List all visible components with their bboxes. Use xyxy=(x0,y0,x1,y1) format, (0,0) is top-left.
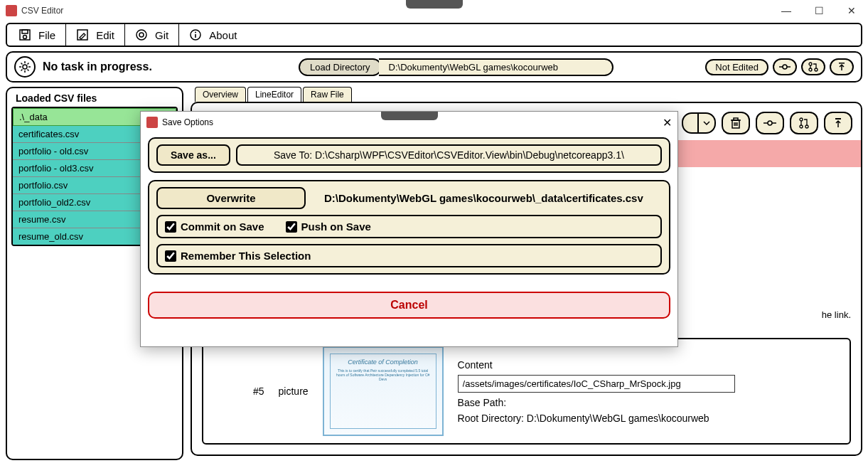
svg-point-5 xyxy=(139,33,144,37)
load-directory-button[interactable]: Load Directory xyxy=(299,58,382,76)
add-split-button[interactable] xyxy=(682,112,716,134)
overwrite-button[interactable]: Overwrite xyxy=(156,187,306,209)
rootdir-text: Root Directory: D:\Dokumenty\WebGL games… xyxy=(458,413,842,424)
link-hint-text: he link. xyxy=(822,309,851,320)
svg-point-35 xyxy=(800,125,803,128)
svg-point-22 xyxy=(809,68,812,71)
tool-row xyxy=(682,112,852,134)
svg-rect-24 xyxy=(839,63,845,64)
svg-rect-1 xyxy=(22,30,28,33)
commit-icon[interactable] xyxy=(773,58,797,75)
task-status: No task in progress. xyxy=(43,60,152,73)
svg-line-16 xyxy=(21,70,23,71)
overwrite-section: Overwrite D:\Dokumenty\WebGL games\kocou… xyxy=(148,180,670,275)
svg-rect-8 xyxy=(195,34,196,38)
tab-overview[interactable]: Overview xyxy=(195,87,246,102)
push-checkbox-input[interactable] xyxy=(286,221,297,233)
cancel-button[interactable]: Cancel xyxy=(148,292,670,319)
menu-edit-label: Edit xyxy=(96,29,114,41)
svg-rect-37 xyxy=(835,118,841,119)
cert-title: Certificate of Completion xyxy=(348,358,418,366)
menu-file-label: File xyxy=(38,29,55,41)
overwrite-path: D:\Dokumenty\WebGL games\kocourweb\_data… xyxy=(311,192,662,204)
row-index: #5 xyxy=(253,386,264,397)
remember-label: Remember This Selection xyxy=(181,250,311,262)
maximize-button[interactable]: ☐ xyxy=(803,0,835,21)
git-icon xyxy=(135,28,148,41)
close-button[interactable]: ✕ xyxy=(835,0,868,21)
pull-request-button[interactable] xyxy=(790,112,818,134)
dialog-app-icon xyxy=(146,117,158,128)
svg-point-36 xyxy=(805,125,808,128)
push-on-save-checkbox[interactable]: Push on Save xyxy=(286,220,371,233)
content-label: Content xyxy=(458,359,842,371)
tab-rawfile[interactable]: Raw File xyxy=(303,87,352,102)
content-input[interactable] xyxy=(458,375,735,393)
svg-line-17 xyxy=(28,63,29,65)
svg-point-32 xyxy=(768,121,772,125)
row-key: picture xyxy=(279,386,309,397)
menu-edit[interactable]: Edit xyxy=(66,24,125,46)
cert-body: This is to certify that Petr successfull… xyxy=(335,368,432,381)
commit-checkbox-input[interactable] xyxy=(165,221,176,233)
menubar: File Edit Git About xyxy=(6,23,862,47)
save-icon xyxy=(18,28,31,41)
svg-line-14 xyxy=(21,63,23,65)
row-fields: Content Base Path: Root Directory: D:\Do… xyxy=(458,359,842,424)
minimize-button[interactable]: — xyxy=(770,0,803,21)
svg-point-2 xyxy=(23,36,27,39)
taskbar-right-controls: Not Edited xyxy=(705,58,854,75)
tab-row: Overview LineEditor Raw File xyxy=(195,87,862,102)
taskbar: No task in progress. Load Directory D:\D… xyxy=(6,51,862,83)
delete-button[interactable] xyxy=(722,112,750,134)
commit-label: Commit on Save xyxy=(181,220,264,233)
svg-point-9 xyxy=(23,65,27,69)
remember-checkbox-input[interactable] xyxy=(165,250,176,262)
pull-request-icon[interactable] xyxy=(801,58,825,75)
gear-icon xyxy=(14,56,36,78)
save-checkboxes: Commit on Save Push on Save xyxy=(156,215,662,238)
commit-button[interactable] xyxy=(756,112,784,134)
save-as-section: Save as... Save To: D:\Csharp\WPF\CSVEdi… xyxy=(148,137,670,173)
svg-line-15 xyxy=(28,70,29,71)
svg-point-7 xyxy=(195,32,196,33)
edit-status-pill: Not Edited xyxy=(705,59,768,75)
save-to-path: Save To: D:\Csharp\WPF\CSVEditor\CSVEdit… xyxy=(236,144,662,166)
certificate-image: Certificate of Completion This is to cer… xyxy=(323,346,444,436)
basepath-label: Base Path: xyxy=(458,397,842,408)
edit-icon xyxy=(76,28,89,41)
sidebar-title: Loaded CSV files xyxy=(11,92,178,104)
app-icon xyxy=(6,5,17,16)
push-icon[interactable] xyxy=(830,58,854,75)
menu-about-label: About xyxy=(209,29,237,41)
titlebar: CSV Editor — ☐ ✕ xyxy=(0,0,868,21)
window-controls: — ☐ ✕ xyxy=(770,0,868,21)
remember-row: Remember This Selection xyxy=(156,244,662,267)
tab-lineeditor[interactable]: LineEditor xyxy=(247,87,301,102)
info-icon xyxy=(189,28,202,41)
window-title: CSV Editor xyxy=(21,6,63,16)
editor-row-5: #5 picture Certificate of Completion Thi… xyxy=(202,338,851,445)
svg-point-4 xyxy=(136,30,146,40)
directory-group: Load Directory D:\Dokumenty\WebGL games\… xyxy=(299,58,614,76)
directory-path: D:\Dokumenty\WebGL games\kocourweb xyxy=(379,58,614,76)
dialog-close-button[interactable]: ✕ xyxy=(663,116,672,129)
push-label: Push on Save xyxy=(301,220,371,233)
menu-file[interactable]: File xyxy=(9,24,66,46)
menu-git-label: Git xyxy=(155,29,168,41)
dialog-body: Save as... Save To: D:\Csharp\WPF\CSVEdi… xyxy=(141,133,677,323)
menu-about[interactable]: About xyxy=(179,24,247,46)
menu-git[interactable]: Git xyxy=(125,24,179,46)
svg-point-19 xyxy=(783,65,787,69)
push-button[interactable] xyxy=(824,112,852,134)
dialog-title: Save Options xyxy=(162,117,213,127)
dialog-titlebar: Save Options ✕ xyxy=(141,112,677,133)
svg-point-34 xyxy=(800,118,803,121)
commit-on-save-checkbox[interactable]: Commit on Save xyxy=(165,220,264,233)
remember-checkbox[interactable]: Remember This Selection xyxy=(165,250,311,262)
svg-point-23 xyxy=(815,68,818,71)
save-as-button[interactable]: Save as... xyxy=(156,144,230,166)
add-dropdown[interactable] xyxy=(699,112,716,134)
add-button[interactable] xyxy=(682,112,699,134)
save-options-dialog: Save Options ✕ Save as... Save To: D:\Cs… xyxy=(140,111,678,347)
